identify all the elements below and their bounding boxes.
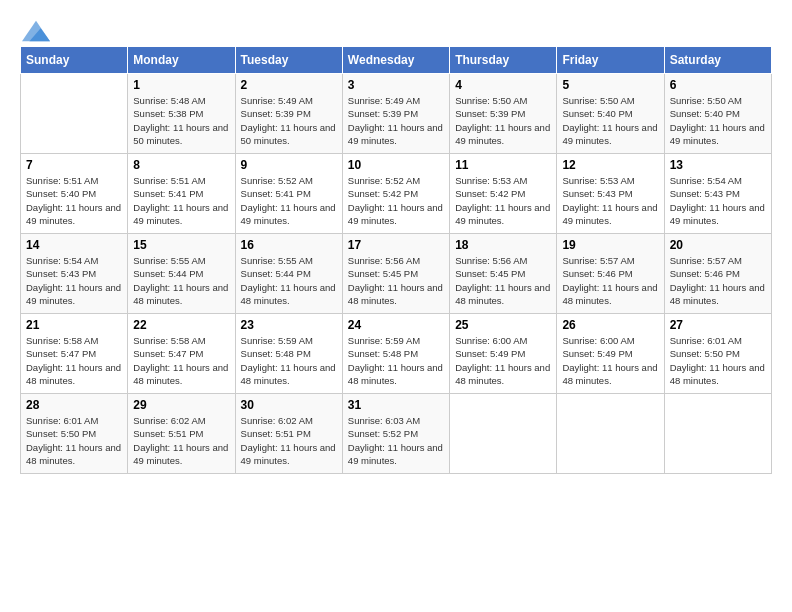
day-sunrise: Sunrise: 5:55 AMSunset: 5:44 PMDaylight:… [241, 255, 336, 306]
weekday-header-row: SundayMondayTuesdayWednesdayThursdayFrid… [21, 47, 772, 74]
day-number: 26 [562, 318, 658, 332]
day-sunrise: Sunrise: 5:56 AMSunset: 5:45 PMDaylight:… [455, 255, 550, 306]
day-sunrise: Sunrise: 6:00 AMSunset: 5:49 PMDaylight:… [562, 335, 657, 386]
day-sunrise: Sunrise: 5:50 AMSunset: 5:39 PMDaylight:… [455, 95, 550, 146]
day-sunrise: Sunrise: 5:55 AMSunset: 5:44 PMDaylight:… [133, 255, 228, 306]
day-sunrise: Sunrise: 5:57 AMSunset: 5:46 PMDaylight:… [562, 255, 657, 306]
calendar-cell: 26 Sunrise: 6:00 AMSunset: 5:49 PMDaylig… [557, 314, 664, 394]
weekday-header: Monday [128, 47, 235, 74]
calendar-cell [450, 394, 557, 474]
day-number: 20 [670, 238, 766, 252]
calendar-cell: 12 Sunrise: 5:53 AMSunset: 5:43 PMDaylig… [557, 154, 664, 234]
calendar-cell: 9 Sunrise: 5:52 AMSunset: 5:41 PMDayligh… [235, 154, 342, 234]
calendar-cell: 15 Sunrise: 5:55 AMSunset: 5:44 PMDaylig… [128, 234, 235, 314]
day-number: 23 [241, 318, 337, 332]
day-number: 10 [348, 158, 444, 172]
calendar-cell: 31 Sunrise: 6:03 AMSunset: 5:52 PMDaylig… [342, 394, 449, 474]
day-sunrise: Sunrise: 5:58 AMSunset: 5:47 PMDaylight:… [26, 335, 121, 386]
day-number: 15 [133, 238, 229, 252]
calendar-week-row: 28 Sunrise: 6:01 AMSunset: 5:50 PMDaylig… [21, 394, 772, 474]
day-sunrise: Sunrise: 6:02 AMSunset: 5:51 PMDaylight:… [133, 415, 228, 466]
calendar-cell: 17 Sunrise: 5:56 AMSunset: 5:45 PMDaylig… [342, 234, 449, 314]
calendar-cell: 11 Sunrise: 5:53 AMSunset: 5:42 PMDaylig… [450, 154, 557, 234]
calendar-week-row: 21 Sunrise: 5:58 AMSunset: 5:47 PMDaylig… [21, 314, 772, 394]
calendar-cell: 1 Sunrise: 5:48 AMSunset: 5:38 PMDayligh… [128, 74, 235, 154]
day-sunrise: Sunrise: 6:00 AMSunset: 5:49 PMDaylight:… [455, 335, 550, 386]
calendar-cell: 19 Sunrise: 5:57 AMSunset: 5:46 PMDaylig… [557, 234, 664, 314]
calendar-cell: 30 Sunrise: 6:02 AMSunset: 5:51 PMDaylig… [235, 394, 342, 474]
day-sunrise: Sunrise: 5:50 AMSunset: 5:40 PMDaylight:… [562, 95, 657, 146]
weekday-header: Sunday [21, 47, 128, 74]
weekday-header: Saturday [664, 47, 771, 74]
logo [20, 20, 50, 36]
day-sunrise: Sunrise: 5:54 AMSunset: 5:43 PMDaylight:… [26, 255, 121, 306]
day-number: 21 [26, 318, 122, 332]
day-sunrise: Sunrise: 5:52 AMSunset: 5:41 PMDaylight:… [241, 175, 336, 226]
day-sunrise: Sunrise: 5:51 AMSunset: 5:41 PMDaylight:… [133, 175, 228, 226]
day-sunrise: Sunrise: 5:49 AMSunset: 5:39 PMDaylight:… [348, 95, 443, 146]
calendar-cell: 25 Sunrise: 6:00 AMSunset: 5:49 PMDaylig… [450, 314, 557, 394]
day-sunrise: Sunrise: 5:52 AMSunset: 5:42 PMDaylight:… [348, 175, 443, 226]
calendar-cell: 18 Sunrise: 5:56 AMSunset: 5:45 PMDaylig… [450, 234, 557, 314]
day-sunrise: Sunrise: 5:59 AMSunset: 5:48 PMDaylight:… [241, 335, 336, 386]
day-number: 16 [241, 238, 337, 252]
day-sunrise: Sunrise: 6:03 AMSunset: 5:52 PMDaylight:… [348, 415, 443, 466]
day-number: 19 [562, 238, 658, 252]
day-number: 27 [670, 318, 766, 332]
calendar-cell: 29 Sunrise: 6:02 AMSunset: 5:51 PMDaylig… [128, 394, 235, 474]
day-sunrise: Sunrise: 5:53 AMSunset: 5:43 PMDaylight:… [562, 175, 657, 226]
day-sunrise: Sunrise: 6:01 AMSunset: 5:50 PMDaylight:… [26, 415, 121, 466]
calendar-cell: 7 Sunrise: 5:51 AMSunset: 5:40 PMDayligh… [21, 154, 128, 234]
calendar-cell: 8 Sunrise: 5:51 AMSunset: 5:41 PMDayligh… [128, 154, 235, 234]
day-number: 14 [26, 238, 122, 252]
day-sunrise: Sunrise: 6:01 AMSunset: 5:50 PMDaylight:… [670, 335, 765, 386]
day-sunrise: Sunrise: 5:59 AMSunset: 5:48 PMDaylight:… [348, 335, 443, 386]
day-number: 13 [670, 158, 766, 172]
day-number: 30 [241, 398, 337, 412]
day-sunrise: Sunrise: 5:48 AMSunset: 5:38 PMDaylight:… [133, 95, 228, 146]
day-number: 12 [562, 158, 658, 172]
weekday-header: Friday [557, 47, 664, 74]
page-header [20, 20, 772, 36]
calendar-cell: 13 Sunrise: 5:54 AMSunset: 5:43 PMDaylig… [664, 154, 771, 234]
calendar-table: SundayMondayTuesdayWednesdayThursdayFrid… [20, 46, 772, 474]
calendar-cell: 20 Sunrise: 5:57 AMSunset: 5:46 PMDaylig… [664, 234, 771, 314]
calendar-cell: 27 Sunrise: 6:01 AMSunset: 5:50 PMDaylig… [664, 314, 771, 394]
day-number: 2 [241, 78, 337, 92]
day-number: 9 [241, 158, 337, 172]
day-number: 8 [133, 158, 229, 172]
calendar-cell: 10 Sunrise: 5:52 AMSunset: 5:42 PMDaylig… [342, 154, 449, 234]
calendar-cell [664, 394, 771, 474]
calendar-cell: 21 Sunrise: 5:58 AMSunset: 5:47 PMDaylig… [21, 314, 128, 394]
weekday-header: Thursday [450, 47, 557, 74]
day-sunrise: Sunrise: 6:02 AMSunset: 5:51 PMDaylight:… [241, 415, 336, 466]
logo-icon [22, 20, 50, 42]
day-number: 6 [670, 78, 766, 92]
day-sunrise: Sunrise: 5:58 AMSunset: 5:47 PMDaylight:… [133, 335, 228, 386]
day-sunrise: Sunrise: 5:49 AMSunset: 5:39 PMDaylight:… [241, 95, 336, 146]
calendar-cell: 24 Sunrise: 5:59 AMSunset: 5:48 PMDaylig… [342, 314, 449, 394]
day-sunrise: Sunrise: 5:51 AMSunset: 5:40 PMDaylight:… [26, 175, 121, 226]
calendar-cell: 14 Sunrise: 5:54 AMSunset: 5:43 PMDaylig… [21, 234, 128, 314]
day-number: 11 [455, 158, 551, 172]
calendar-cell: 28 Sunrise: 6:01 AMSunset: 5:50 PMDaylig… [21, 394, 128, 474]
day-sunrise: Sunrise: 5:57 AMSunset: 5:46 PMDaylight:… [670, 255, 765, 306]
day-sunrise: Sunrise: 5:53 AMSunset: 5:42 PMDaylight:… [455, 175, 550, 226]
day-sunrise: Sunrise: 5:56 AMSunset: 5:45 PMDaylight:… [348, 255, 443, 306]
day-number: 22 [133, 318, 229, 332]
weekday-header: Wednesday [342, 47, 449, 74]
day-number: 7 [26, 158, 122, 172]
day-number: 25 [455, 318, 551, 332]
day-number: 5 [562, 78, 658, 92]
calendar-week-row: 7 Sunrise: 5:51 AMSunset: 5:40 PMDayligh… [21, 154, 772, 234]
day-number: 1 [133, 78, 229, 92]
calendar-cell: 3 Sunrise: 5:49 AMSunset: 5:39 PMDayligh… [342, 74, 449, 154]
calendar-cell: 4 Sunrise: 5:50 AMSunset: 5:39 PMDayligh… [450, 74, 557, 154]
calendar-cell: 22 Sunrise: 5:58 AMSunset: 5:47 PMDaylig… [128, 314, 235, 394]
day-number: 17 [348, 238, 444, 252]
calendar-cell [557, 394, 664, 474]
day-number: 18 [455, 238, 551, 252]
calendar-cell: 23 Sunrise: 5:59 AMSunset: 5:48 PMDaylig… [235, 314, 342, 394]
day-number: 31 [348, 398, 444, 412]
calendar-cell: 16 Sunrise: 5:55 AMSunset: 5:44 PMDaylig… [235, 234, 342, 314]
